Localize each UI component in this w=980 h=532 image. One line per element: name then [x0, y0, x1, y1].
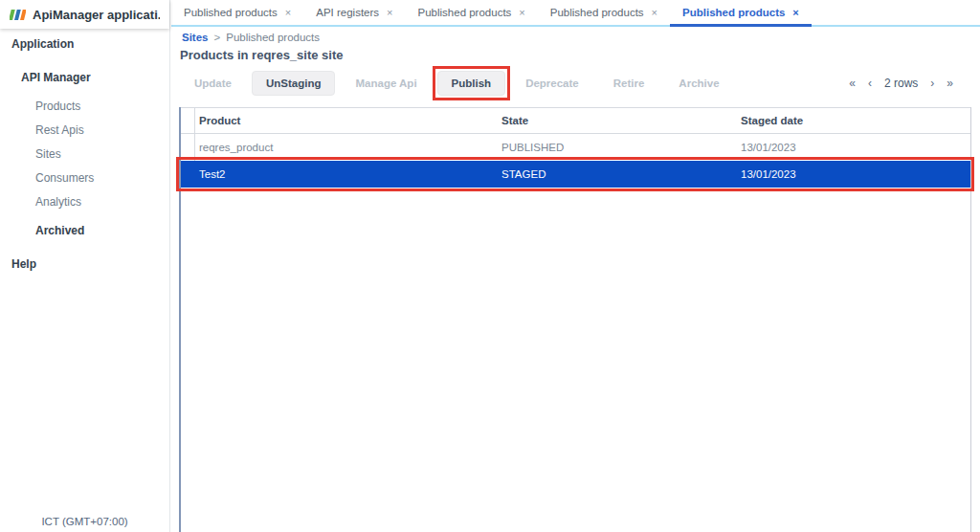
publish-button[interactable]: Publish — [437, 71, 506, 96]
sidebar-item-application[interactable]: Application — [0, 33, 169, 56]
table-row-test2-selected[interactable]: Test2 STAGED 13/01/2023 — [181, 161, 970, 188]
cell-state: PUBLISHED — [498, 134, 737, 161]
close-icon[interactable]: × — [652, 7, 657, 18]
sidebar-item-archived[interactable]: Archived — [0, 219, 169, 243]
app-title: ApiManager applicati... — [33, 8, 160, 22]
cell-staged-date: 13/01/2023 — [737, 161, 970, 188]
manage-api-button[interactable]: Manage Api — [341, 71, 431, 96]
selector-column-header — [181, 108, 195, 133]
action-buttons: Update UnStaging Manage Api Publish Depr… — [180, 71, 734, 96]
pagination: « ‹ 2 rows › » — [849, 77, 953, 90]
app-logo-icon — [10, 9, 26, 21]
table-row-reqres-product[interactable]: reqres_product PUBLISHED 13/01/2023 — [181, 134, 970, 161]
cell-staged-date: 13/01/2023 — [737, 134, 970, 161]
main-content: Published products × API registers × Pub… — [171, 0, 980, 532]
column-header-state[interactable]: State — [498, 108, 737, 133]
breadcrumb-sites-link[interactable]: Sites — [182, 32, 209, 43]
tab-label: Published products — [682, 7, 785, 18]
cell-product: Test2 — [195, 161, 498, 188]
sidebar-nav: Application API Manager Products Rest Ap… — [0, 33, 169, 277]
breadcrumb: Sites > Published products — [182, 32, 980, 43]
close-icon[interactable]: × — [285, 7, 291, 18]
tab-published-products-2[interactable]: Published products × — [406, 0, 538, 25]
close-icon[interactable]: × — [519, 7, 524, 18]
cell-product: reqres_product — [195, 134, 498, 161]
page-title: Products in reqres_site site — [180, 48, 980, 62]
tab-label: Published products — [550, 7, 644, 18]
row-selector-cell — [181, 134, 195, 161]
retire-button[interactable]: Retire — [599, 71, 659, 96]
close-icon[interactable]: × — [792, 7, 798, 18]
close-icon[interactable]: × — [387, 7, 392, 18]
grid-header-row: Product State Staged date — [181, 107, 970, 134]
deprecate-button[interactable]: Deprecate — [511, 71, 593, 96]
tab-label: Published products — [418, 7, 512, 18]
next-page-icon[interactable]: › — [930, 77, 934, 90]
sidebar-item-products[interactable]: Products — [0, 95, 169, 119]
publish-annotation-box: Publish — [437, 71, 506, 96]
row-count-label: 2 rows — [884, 77, 918, 90]
tab-published-products-3[interactable]: Published products × — [538, 0, 670, 25]
row-selector-cell — [181, 161, 195, 188]
prev-page-icon[interactable]: ‹ — [868, 77, 872, 90]
archive-button[interactable]: Archive — [664, 71, 733, 96]
toolbar: Update UnStaging Manage Api Publish Depr… — [180, 71, 953, 96]
first-page-icon[interactable]: « — [849, 77, 856, 90]
app-header: ApiManager applicati... — [0, 0, 169, 29]
tab-label: Published products — [184, 7, 278, 18]
tab-published-products-active[interactable]: Published products × — [670, 0, 812, 27]
unstaging-button[interactable]: UnStaging — [252, 71, 336, 96]
timezone-label: ICT (GMT+07:00) — [0, 516, 169, 527]
tab-label: API registers — [316, 7, 379, 18]
breadcrumb-separator: > — [214, 32, 221, 43]
products-grid: Product State Staged date reqres_product… — [179, 107, 971, 532]
update-button[interactable]: Update — [180, 71, 246, 96]
breadcrumb-current: Published products — [226, 32, 320, 43]
tab-api-registers[interactable]: API registers × — [303, 0, 405, 25]
sidebar-item-api-manager[interactable]: API Manager — [0, 66, 169, 90]
tab-published-products-1[interactable]: Published products × — [171, 0, 303, 25]
sidebar-item-sites[interactable]: Sites — [0, 143, 169, 166]
column-header-product[interactable]: Product — [195, 108, 498, 133]
sidebar-item-help[interactable]: Help — [0, 253, 169, 277]
sidebar-item-consumers[interactable]: Consumers — [0, 166, 169, 190]
tab-bar: Published products × API registers × Pub… — [171, 0, 980, 27]
last-page-icon[interactable]: » — [947, 77, 953, 90]
column-header-staged-date[interactable]: Staged date — [737, 108, 970, 133]
cell-state: STAGED — [498, 161, 737, 188]
sidebar-item-rest-apis[interactable]: Rest Apis — [0, 119, 169, 143]
sidebar-item-analytics[interactable]: Analytics — [0, 190, 169, 214]
sidebar: ApiManager applicati... Application API … — [0, 0, 170, 532]
